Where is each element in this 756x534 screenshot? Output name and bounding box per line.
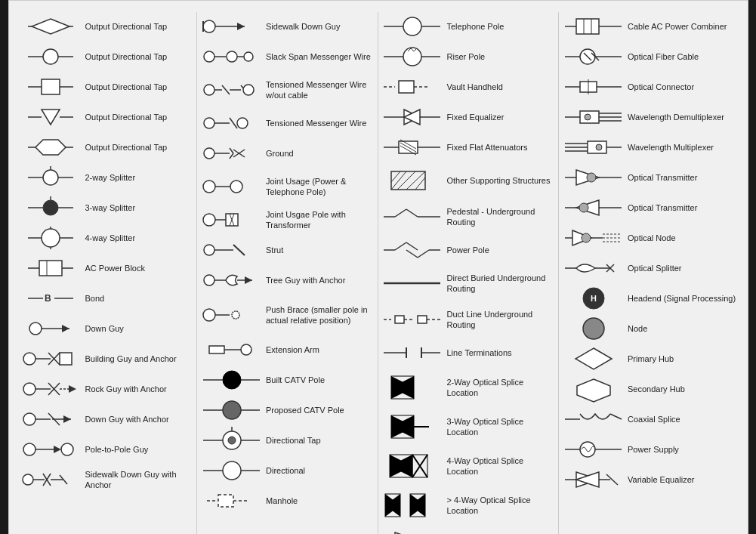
svg-point-79 — [204, 118, 214, 128]
item-label: Duct Line Underground Routing — [447, 309, 555, 331]
directional-tap1-symbol — [201, 427, 261, 454]
optical-node-symbol — [563, 224, 623, 252]
svg-point-78 — [243, 85, 254, 95]
svg-point-54 — [23, 443, 35, 455]
svg-point-109 — [241, 344, 251, 355]
svg-point-70 — [227, 51, 237, 62]
item-label: Sidewalk Down Guy — [266, 21, 374, 32]
list-item: Variable Equalizer — [563, 465, 736, 494]
item-label: Telephone Pole — [447, 21, 555, 32]
vault-handheld-symbol — [382, 76, 443, 98]
svg-line-159 — [395, 242, 406, 250]
svg-point-226 — [587, 173, 596, 182]
splitter-3way-symbol — [20, 196, 81, 219]
svg-marker-103 — [245, 276, 252, 284]
svg-rect-137 — [399, 81, 414, 93]
item-label: Proposed CATV Pole — [266, 405, 374, 415]
svg-marker-12 — [35, 140, 66, 155]
item-label: Directional Tap — [266, 435, 374, 446]
svg-point-89 — [203, 181, 215, 193]
list-item: Other Supporting Structures — [382, 163, 555, 198]
list-item: Joint Usgae Pole with Transformer — [201, 205, 374, 234]
list-item: Optical Transmitter — [563, 163, 736, 192]
list-item: Strut — [201, 236, 374, 264]
item-label: Down Guy with Anchor — [85, 414, 193, 424]
item-label: Tensioned Messenger Wire — [266, 118, 374, 128]
svg-point-218 — [585, 114, 591, 120]
svg-point-106 — [232, 311, 239, 319]
list-item: Coaxial Splice — [563, 405, 736, 434]
manhole-symbol — [201, 489, 261, 512]
item-label: Output Directional Tap — [85, 21, 193, 32]
svg-point-127 — [403, 17, 421, 35]
duct-line-symbol — [382, 308, 443, 331]
riser-pole-symbol — [382, 45, 443, 68]
item-label: Sidewalk Down Guy with Anchor — [85, 469, 193, 491]
cable-ac-power-symbol — [563, 15, 623, 38]
fixed-equalizer-symbol — [382, 106, 443, 128]
list-item: Fixed Flat Attenuators — [382, 133, 555, 162]
item-label: Pedestal - Underground Routing — [447, 206, 555, 228]
list-item: 4-Way Optical Splice Location — [382, 447, 555, 485]
item-label: 3-way Splitter — [85, 202, 193, 213]
svg-point-230 — [579, 203, 588, 212]
svg-rect-29 — [39, 261, 62, 276]
list-item: 3-way Splitter — [20, 193, 193, 222]
svg-line-85 — [230, 148, 233, 153]
strut-symbol — [201, 239, 261, 261]
item-label: > 4-Way Optical Splice Location — [447, 495, 555, 517]
svg-point-224 — [596, 144, 602, 150]
wavelength-mux-symbol — [563, 136, 623, 159]
list-item: AC Power Block — [20, 254, 193, 282]
item-label: Built CATV Pole — [266, 375, 374, 385]
item-label: Tensioned Messenger Wire w/out cable — [266, 79, 374, 101]
item-label: Line Terminations — [447, 347, 555, 358]
svg-marker-48 — [69, 385, 76, 393]
power-supply-symbol — [563, 438, 623, 461]
circle-open-symbol — [20, 45, 81, 68]
bond-symbol: B — [20, 287, 81, 310]
building-guy-symbol — [20, 345, 81, 372]
primary-hub-symbol — [563, 345, 623, 372]
svg-point-92 — [203, 214, 215, 226]
svg-point-83 — [204, 148, 214, 159]
svg-marker-0 — [32, 19, 69, 34]
pole-to-pole-symbol — [20, 438, 81, 461]
svg-point-121 — [223, 461, 241, 480]
svg-point-20 — [43, 200, 58, 215]
list-item: Node — [563, 314, 736, 343]
column-4: Cable AC Power Combiner Optical Fiber Ca… — [559, 12, 740, 534]
svg-line-99 — [233, 245, 245, 255]
svg-line-155 — [395, 209, 406, 217]
list-item: 2-Way Optical Splice Location — [382, 369, 555, 406]
list-item: H Headend (Signal Processing) — [563, 284, 736, 313]
directional-tap2-symbol — [201, 457, 261, 484]
list-item: Output Directional Tap — [20, 133, 193, 162]
item-label: Directional — [266, 465, 374, 476]
item-label: Cable AC Power Combiner — [628, 21, 736, 32]
svg-rect-167 — [395, 316, 404, 323]
rock-guy-symbol — [20, 375, 81, 403]
item-label: Extension Arm — [266, 344, 374, 355]
list-item: Optical Connector — [563, 73, 736, 101]
svg-point-72 — [244, 52, 253, 61]
item-label: Output Directional Tap — [85, 142, 193, 153]
column-3: Telephone Pole Riser Pole — [378, 12, 560, 534]
line-termination-symbol — [382, 341, 443, 364]
coaxial-splice-symbol — [563, 408, 623, 431]
item-label: Variable Equalizer — [628, 474, 736, 485]
svg-line-250 — [610, 414, 622, 419]
svg-rect-149 — [391, 171, 425, 190]
svg-point-35 — [29, 323, 42, 335]
svg-marker-57 — [54, 446, 61, 453]
svg-text:B: B — [45, 293, 51, 304]
item-label: Optical Fiber Cable — [628, 51, 736, 62]
list-item: Telephone Pole — [382, 12, 555, 41]
item-label: AC Power Block — [85, 263, 193, 273]
list-item: Optical Node — [563, 224, 736, 252]
optical-transmitter1-symbol — [563, 166, 623, 189]
down-guy-anchor-symbol — [20, 406, 81, 433]
splice-2way-symbol — [382, 370, 443, 405]
list-item: Down Guy — [20, 314, 193, 343]
list-item: Rock Guy with Anchor — [20, 375, 193, 403]
